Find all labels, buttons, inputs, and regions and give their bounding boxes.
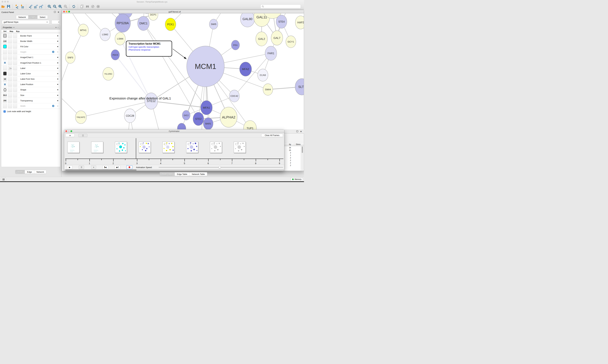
zoom-window-button[interactable] xyxy=(68,11,70,13)
animation-frame-4s[interactable] xyxy=(163,142,175,153)
def-value-cell[interactable] xyxy=(3,71,7,76)
animation-frame-3s[interactable] xyxy=(139,142,151,153)
search-field[interactable] xyxy=(261,4,301,9)
scrollbar-thumb[interactable] xyxy=(302,147,303,153)
expand-row-icon[interactable]: ◀ xyxy=(57,83,58,85)
network-node-ste4[interactable]: STE4 xyxy=(276,15,287,28)
def-value-cell[interactable]: 50.0 xyxy=(3,93,7,97)
byp-value-cell[interactable] xyxy=(13,61,17,65)
animation-frame-0s[interactable] xyxy=(68,142,80,153)
network-edge[interactable] xyxy=(151,101,207,108)
search-input[interactable] xyxy=(264,5,301,8)
property-row-image-chart-1[interactable]: Image/Chart 1◀ xyxy=(1,55,60,60)
timeline-playhead[interactable] xyxy=(136,138,136,159)
cyanimator-titlebar[interactable]: CyAnimator xyxy=(64,130,284,133)
property-row-size[interactable]: 50.0Size◀ xyxy=(1,92,60,98)
refresh-view-icon[interactable] xyxy=(71,4,76,9)
import-network-icon[interactable] xyxy=(14,4,19,9)
show-all-icon[interactable] xyxy=(96,4,100,9)
byp-value-cell[interactable] xyxy=(13,50,17,54)
first-neighbors-icon[interactable] xyxy=(85,4,89,9)
map-value-cell[interactable] xyxy=(8,61,12,65)
animation-frame-1s[interactable] xyxy=(91,142,103,153)
network-node-mth1[interactable]: MTH1 xyxy=(78,24,88,36)
style-tab-node[interactable]: Node xyxy=(15,170,25,174)
network-node-cln3[interactable]: CLN3 xyxy=(258,69,268,81)
float-table-panel-icon[interactable] xyxy=(296,130,298,132)
add-frame-button[interactable]: + xyxy=(66,134,75,137)
record-button[interactable] xyxy=(126,165,133,169)
expand-row-icon[interactable]: ◀ xyxy=(57,40,58,42)
table-tab-edge-table[interactable]: Edge Table xyxy=(175,172,190,176)
map-value-cell[interactable] xyxy=(8,82,12,87)
table-scrollbar[interactable] xyxy=(302,146,303,170)
properties-header[interactable]: Properties ▼ »« xyxy=(1,26,60,30)
property-row-transparency[interactable]: 255Transparency◀ xyxy=(1,98,60,103)
def-value-cell[interactable]: 2.0 xyxy=(3,39,7,43)
map-value-cell[interactable] xyxy=(8,88,12,92)
property-row-height[interactable]: Heighti◀ xyxy=(1,49,60,55)
expand-row-icon[interactable]: ◀ xyxy=(57,56,58,58)
checkbox-checked-icon[interactable]: ✓ xyxy=(3,110,6,113)
minimize-window-button[interactable] xyxy=(66,11,68,13)
tab-select[interactable]: Select xyxy=(37,15,48,19)
network-node-swi5[interactable]: SWI5 xyxy=(209,19,218,29)
float-panel-icon[interactable] xyxy=(54,11,56,13)
network-node-yil105c[interactable]: YIL105C xyxy=(103,67,114,80)
network-node-lsm2[interactable]: LSM2 xyxy=(100,28,110,41)
zoom-selected-icon[interactable] xyxy=(63,4,68,9)
network-node-hap2[interactable]: HAP2 xyxy=(295,16,304,29)
byp-value-cell[interactable] xyxy=(13,55,17,60)
network-node-gal2[interactable]: GAL2 xyxy=(256,32,267,46)
byp-value-cell[interactable] xyxy=(13,88,17,92)
property-row-label[interactable]: ⋮›Label◀ xyxy=(1,65,60,71)
property-row-label-font-size[interactable]: 12Label Font Size◀ xyxy=(1,76,60,82)
pause-button[interactable] xyxy=(79,165,84,169)
timeline-scrollbar[interactable] xyxy=(64,169,284,171)
network-edge[interactable] xyxy=(115,55,151,101)
def-value-cell[interactable] xyxy=(3,104,7,108)
tab-network[interactable]: Network xyxy=(16,15,28,19)
network-node-mcm1[interactable]: MCM1 xyxy=(187,46,224,87)
expand-row-icon[interactable]: ◀ xyxy=(57,46,58,47)
property-row-label-color[interactable]: Label Color◀ xyxy=(1,71,60,76)
def-value-cell[interactable] xyxy=(3,88,7,92)
property-row-fill-color[interactable]: Fill Color◀ xyxy=(1,44,60,49)
def-value-cell[interactable]: 255 xyxy=(3,98,7,103)
network-node-mfa2[interactable]: MFA2 xyxy=(240,62,252,76)
network-node-pis1[interactable]: PIS1 xyxy=(231,40,240,50)
network-node-lsm4[interactable]: LSM4 xyxy=(115,32,125,45)
map-value-cell[interactable] xyxy=(8,34,12,38)
close-panel-icon[interactable]: ✕ xyxy=(58,11,59,13)
network-node-gal7[interactable]: GAL7 xyxy=(271,31,283,45)
info-icon[interactable]: i xyxy=(52,105,54,107)
def-value-cell[interactable] xyxy=(3,55,7,60)
close-table-panel-icon[interactable]: ✕ xyxy=(300,130,302,133)
network-node-cdc42[interactable]: CDC42 xyxy=(229,90,239,102)
map-value-cell[interactable] xyxy=(8,98,12,103)
animation-frame-2s[interactable] xyxy=(115,142,127,153)
play-button[interactable]: ▶ xyxy=(67,165,72,169)
map-value-cell[interactable] xyxy=(8,55,12,60)
delete-frame-button[interactable] xyxy=(78,134,87,137)
slider-thumb[interactable] xyxy=(219,166,221,169)
animation-frame-6s[interactable] xyxy=(210,142,222,153)
zoom-out-icon[interactable] xyxy=(53,4,57,9)
skip-to-end-button[interactable]: ▶ xyxy=(115,165,120,169)
table-tab-node-table[interactable]: Node Table xyxy=(160,172,175,176)
network-node-ynl047c[interactable]: YNL047C xyxy=(75,111,86,124)
map-value-cell[interactable] xyxy=(8,104,12,108)
task-history-button[interactable] xyxy=(1,178,6,181)
property-row-width[interactable]: Widthi◀ xyxy=(1,103,60,109)
def-value-cell[interactable] xyxy=(3,44,7,49)
column-divider[interactable] xyxy=(294,143,294,146)
map-value-cell[interactable]: ⋮› xyxy=(8,66,12,70)
def-value-cell[interactable] xyxy=(3,61,7,65)
byp-value-cell[interactable] xyxy=(13,77,17,81)
network-node-gic2[interactable]: GIC2 xyxy=(182,110,190,120)
byp-value-cell[interactable] xyxy=(13,66,17,70)
property-row-shape[interactable]: Shape◀ xyxy=(1,87,60,92)
network-caption[interactable]: Expression change after deletion of GAL1 xyxy=(110,96,171,100)
export-table-icon[interactable] xyxy=(34,4,38,9)
byp-value-cell[interactable] xyxy=(13,104,17,108)
